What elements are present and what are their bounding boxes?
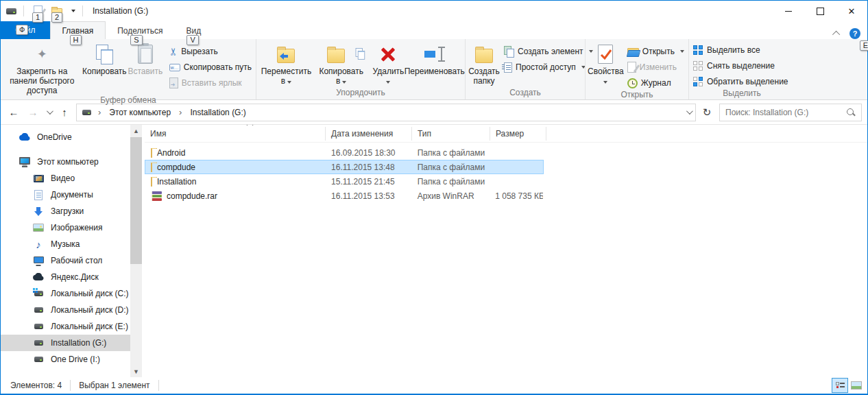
rename-label: Переименовать bbox=[405, 67, 465, 76]
sidebar-item[interactable]: Загрузки bbox=[1, 203, 130, 219]
back-button[interactable]: ← bbox=[5, 104, 23, 121]
properties-button[interactable]: Свойства bbox=[587, 40, 625, 86]
sidebar-item[interactable]: Видео bbox=[1, 170, 130, 187]
minimize-button[interactable] bbox=[773, 1, 804, 21]
divider bbox=[82, 5, 83, 16]
sidebar-item[interactable]: Installation (G:) bbox=[1, 335, 130, 351]
paste-button[interactable]: Вставить bbox=[127, 40, 164, 76]
tab-home[interactable]: Главная H bbox=[50, 21, 106, 39]
column-header-size[interactable]: Размер bbox=[490, 127, 546, 141]
select-none-button[interactable]: Снять выделение bbox=[690, 59, 791, 73]
sidebar-item-label: Видео bbox=[51, 173, 75, 183]
copy-path-button[interactable]: w... Скопировать путь bbox=[167, 60, 254, 74]
rename-icon bbox=[424, 47, 445, 62]
copy-button[interactable]: Копировать bbox=[82, 40, 128, 76]
easy-access-label: Простой доступ bbox=[516, 62, 576, 72]
keytip-2: 2 bbox=[51, 12, 62, 23]
invert-selection-button[interactable]: Обратить выделение bbox=[690, 75, 791, 88]
yandex-icon bbox=[32, 273, 45, 281]
close-button[interactable]: ✕ bbox=[836, 1, 867, 21]
forward-button[interactable]: → bbox=[24, 104, 42, 121]
open-button[interactable]: Открыть bbox=[625, 45, 687, 58]
easy-access-button[interactable]: Простой доступ bbox=[501, 60, 596, 74]
invert-selection-icon bbox=[693, 77, 703, 87]
file-type: Папка с файлами bbox=[412, 148, 490, 158]
new-folder-label: Создать папку bbox=[468, 67, 500, 86]
new-item-icon bbox=[504, 46, 514, 57]
qat-new-folder-button[interactable]: 2 bbox=[50, 4, 64, 18]
group-select-label: Выделить bbox=[690, 88, 793, 99]
paste-shortcut-button[interactable]: Вставить ярлык bbox=[167, 76, 254, 90]
copy-label: Копировать bbox=[82, 67, 127, 76]
address-dropdown[interactable] bbox=[686, 108, 693, 115]
group-clipboard: ✦ Закрепить на панели быстрого доступа К… bbox=[1, 39, 256, 99]
pin-to-quick-access-button[interactable]: ✦ Закрепить на панели быстрого доступа bbox=[2, 40, 82, 95]
scroll-down-icon[interactable]: ▼ bbox=[130, 366, 142, 377]
sidebar-item[interactable]: Документы bbox=[1, 187, 130, 203]
column-header-type[interactable]: Тип bbox=[412, 127, 490, 141]
navigation-pane: OneDriveЭтот компьютерВидеоДокументыЗагр… bbox=[1, 125, 142, 377]
sidebar-item[interactable]: Яндекс.Диск bbox=[1, 269, 130, 285]
file-row[interactable]: compdude16.11.2015 13:48Папка с файлами bbox=[145, 160, 544, 174]
details-view-button[interactable] bbox=[832, 378, 848, 393]
sidebar-item[interactable]: Локальный диск (C:) bbox=[1, 285, 130, 302]
sidebar-item[interactable]: Локальный диск (E:) bbox=[1, 318, 130, 335]
cut-button[interactable]: ✂ Вырезать bbox=[167, 45, 254, 58]
file-date: 16.09.2015 18:30 bbox=[326, 148, 412, 158]
new-folder-button[interactable]: Создать папку bbox=[467, 40, 501, 86]
group-organize: Переместить в Копировать в Удалить Пе bbox=[256, 39, 465, 99]
collapse-ribbon-button[interactable] bbox=[832, 31, 840, 38]
doc-icon bbox=[32, 190, 45, 200]
drive-icon bbox=[32, 307, 45, 313]
qat-customize-dropdown[interactable] bbox=[71, 10, 75, 12]
sidebar-scrollbar[interactable]: ▲ ▼ bbox=[130, 125, 142, 377]
arrow-left-icon bbox=[278, 52, 289, 60]
breadcrumb-current[interactable]: Installation (G:) bbox=[189, 108, 247, 117]
search-icon[interactable] bbox=[846, 108, 856, 117]
edit-button[interactable]: Изменить bbox=[625, 60, 687, 74]
history-button[interactable]: Журнал bbox=[625, 76, 687, 90]
column-header-date[interactable]: Дата изменения bbox=[326, 127, 412, 141]
move-to-button[interactable]: Переместить в bbox=[258, 40, 315, 86]
column-header-name[interactable]: Имя bbox=[145, 127, 326, 141]
delete-button[interactable]: Удалить bbox=[371, 40, 405, 86]
scroll-thumb[interactable] bbox=[130, 137, 142, 264]
refresh-button[interactable]: ↻ bbox=[699, 104, 715, 121]
file-name: compdude bbox=[145, 163, 326, 172]
sidebar-item[interactable]: One Drive (I:) bbox=[1, 351, 130, 368]
recent-locations-dropdown[interactable] bbox=[43, 104, 54, 121]
sidebar-item[interactable]: Изображения bbox=[1, 219, 130, 236]
tab-file[interactable]: Файл Ф bbox=[1, 21, 50, 39]
new-item-label: Создать элемент bbox=[518, 47, 583, 56]
tab-home-label: Главная bbox=[62, 26, 94, 36]
copy-to-label: Копировать в bbox=[318, 67, 365, 86]
breadcrumb-this-pc[interactable]: Этот компьютер bbox=[108, 108, 172, 117]
qat-properties-button[interactable]: 1 bbox=[31, 4, 45, 18]
address-input[interactable]: › Этот компьютер › Installation (G:) bbox=[76, 104, 696, 121]
thumbnails-view-button[interactable] bbox=[848, 378, 865, 393]
sidebar-item[interactable]: ♪Музыка bbox=[1, 236, 130, 252]
search-input[interactable] bbox=[725, 108, 842, 117]
file-row[interactable]: Installation15.11.2015 21:45Папка с файл… bbox=[145, 174, 544, 189]
scroll-up-icon[interactable]: ▲ bbox=[130, 125, 142, 136]
rename-button[interactable]: Переименовать bbox=[405, 40, 463, 76]
sidebar-item[interactable]: Локальный диск (D:) bbox=[1, 302, 130, 318]
tab-share[interactable]: Поделиться S bbox=[106, 22, 174, 39]
status-selection: Выбран 1 элемент bbox=[79, 380, 158, 391]
history-label: Журнал bbox=[641, 78, 671, 88]
file-row[interactable]: compdude.rar16.11.2015 13:53Архив WinRAR… bbox=[145, 189, 544, 203]
select-all-button[interactable]: Выделить все bbox=[690, 43, 791, 57]
drive-icon bbox=[32, 324, 45, 329]
group-open: Свойства Открыть Изменить Журнал bbox=[585, 39, 688, 99]
copy-to-button[interactable]: Копировать в bbox=[315, 40, 368, 86]
sidebar-item[interactable]: Этот компьютер bbox=[1, 154, 130, 170]
help-button[interactable]: ? bbox=[849, 28, 860, 39]
new-item-button[interactable]: Создать элемент bbox=[501, 45, 596, 58]
maximize-button[interactable] bbox=[804, 1, 836, 21]
tab-view[interactable]: Вид V bbox=[174, 22, 213, 39]
up-button[interactable]: ↑ bbox=[56, 104, 73, 121]
sidebar-item[interactable]: OneDrive bbox=[1, 129, 130, 145]
sidebar-item[interactable]: Рабочий стол bbox=[1, 252, 130, 269]
file-row[interactable]: Android16.09.2015 18:30Папка с файлами bbox=[145, 145, 544, 160]
open-label: Открыть bbox=[642, 47, 675, 56]
